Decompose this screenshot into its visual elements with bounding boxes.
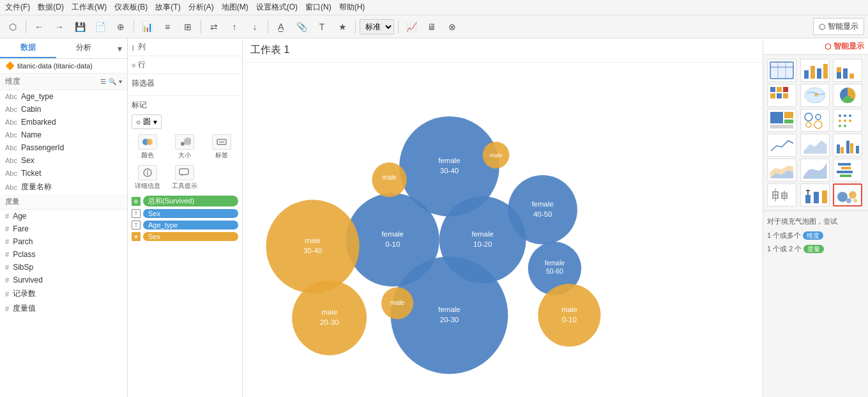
- marks-detail-action[interactable]: 详细信息: [132, 165, 164, 191]
- marks-shape-select[interactable]: ○ 圆 ▾: [132, 114, 162, 129]
- marks-color-action[interactable]: 颜色: [132, 134, 164, 160]
- chart-thumb-dots[interactable]: [833, 109, 862, 132]
- chart-thumb-bar-v[interactable]: [800, 59, 830, 82]
- svg-point-62: [844, 114, 846, 117]
- chart-thumb-gantt[interactable]: [833, 159, 862, 182]
- rows-btn[interactable]: ≡: [158, 18, 176, 36]
- measures-title: 度量: [5, 198, 19, 205]
- svg-rect-45: [777, 87, 782, 92]
- annotation-btn[interactable]: 📎: [293, 18, 310, 36]
- dim-ticket-label: Ticket: [21, 169, 42, 178]
- cols-btn[interactable]: ⊞: [179, 18, 197, 36]
- data-source-item[interactable]: 🔶 titanic-data (titanic-data): [0, 59, 127, 74]
- dim-measure-names[interactable]: Abc 度量名称: [0, 180, 127, 194]
- toolbar-divider-1: [26, 20, 26, 33]
- chart-thumb-box-plot[interactable]: [767, 183, 796, 206]
- menu-worksheet[interactable]: 工作表(W): [72, 2, 107, 13]
- dim-passengerid[interactable]: Abc PassengerId: [0, 141, 127, 154]
- label-icon: [212, 134, 231, 150]
- rows-shelf[interactable]: ≡ 行: [128, 56, 242, 74]
- dim-sex[interactable]: Abc Sex: [0, 154, 127, 167]
- chart-thumb-map[interactable]: [800, 84, 830, 107]
- dim-add-icon[interactable]: ▾: [119, 78, 122, 85]
- save-btn[interactable]: 💾: [71, 18, 89, 36]
- menu-map[interactable]: 地图(M): [222, 2, 248, 13]
- chart-thumb-heatmap[interactable]: [767, 84, 796, 107]
- dim-age-type[interactable]: Abc Age_type: [0, 90, 127, 103]
- menu-format[interactable]: 设置格式(O): [256, 2, 298, 13]
- chart-thumb-treemap[interactable]: [767, 109, 796, 132]
- chart-thumb-bar-grouped[interactable]: [833, 134, 862, 157]
- panel-menu-icon[interactable]: ▾: [112, 38, 127, 58]
- dim-ticket[interactable]: Abc Ticket: [0, 167, 127, 180]
- menu-story[interactable]: 故事(T): [155, 2, 180, 13]
- measure-survived[interactable]: # Survived: [0, 274, 127, 286]
- dim-search-icon[interactable]: 🔍: [109, 78, 116, 85]
- chart-thumb-bar-stacked[interactable]: [833, 59, 862, 82]
- device-btn[interactable]: 🖥: [423, 18, 441, 36]
- menu-help[interactable]: 帮助(H): [339, 2, 365, 13]
- cols-shelf[interactable]: ⫿ 列: [128, 38, 242, 56]
- menu-window[interactable]: 窗口(N): [305, 2, 331, 13]
- measure-parch[interactable]: # Parch: [0, 235, 127, 248]
- measure-pclass[interactable]: # Pclass: [0, 248, 127, 261]
- chart-thumb-bubble-selected[interactable]: [833, 183, 862, 206]
- highlight-btn[interactable]: A̲: [272, 18, 290, 36]
- marks-field-sex1[interactable]: T Sex: [132, 209, 238, 218]
- tab-analysis[interactable]: 分析: [56, 38, 112, 58]
- label-label: 标签: [215, 151, 228, 160]
- chart-grid: [763, 55, 868, 210]
- filter-section: 筛选器: [128, 74, 242, 96]
- chart-thumb-text-table[interactable]: [767, 59, 796, 82]
- pin-btn[interactable]: ★: [333, 18, 351, 36]
- chart-thumb-area-filled[interactable]: [800, 159, 830, 182]
- measure-values[interactable]: # 度量值: [0, 301, 127, 316]
- svg-point-7: [147, 170, 148, 171]
- chart-thumb-area-alt[interactable]: [800, 134, 830, 157]
- dim-cabin[interactable]: Abc Cabin: [0, 103, 127, 116]
- analytics-btn[interactable]: 📈: [402, 18, 420, 36]
- hash-icon-5: #: [5, 263, 9, 271]
- marks-field-sex2[interactable]: ● Sex: [132, 232, 238, 241]
- chart-thumb-area-stacked[interactable]: [767, 159, 796, 182]
- tab-data[interactable]: 数据: [0, 38, 56, 58]
- share-btn[interactable]: ⊗: [443, 18, 461, 36]
- measure-sibsp[interactable]: # SibSp: [0, 261, 127, 274]
- measure-age[interactable]: # Age: [0, 210, 127, 222]
- menu-file[interactable]: 文件(F): [5, 2, 30, 13]
- new-btn[interactable]: 📄: [91, 18, 109, 36]
- sort-asc-btn[interactable]: ↑: [225, 18, 243, 36]
- dim-name[interactable]: Abc Name: [0, 128, 127, 141]
- chart-thumb-circles[interactable]: [800, 109, 830, 132]
- chart-thumb-bar-error[interactable]: [800, 183, 830, 206]
- fit-select[interactable]: 标准: [360, 19, 394, 35]
- tooltip-btn[interactable]: T: [313, 18, 331, 36]
- marks-label-action[interactable]: 标签: [206, 134, 238, 160]
- sort-desc-btn[interactable]: ↓: [246, 18, 264, 36]
- canvas-content[interactable]: female 30-40 female 10-20 female 0-10 fe…: [243, 63, 763, 397]
- svg-rect-77: [840, 175, 851, 177]
- duplicate-btn[interactable]: ⊕: [112, 18, 130, 36]
- dim-embarked[interactable]: Abc Embarked: [0, 116, 127, 128]
- back-btn[interactable]: ←: [30, 18, 48, 36]
- swap-btn[interactable]: ⇄: [205, 18, 223, 36]
- chart-thumb-pie[interactable]: [833, 84, 862, 107]
- marks-tooltip-action[interactable]: 工具提示: [169, 165, 201, 191]
- smart-display-button[interactable]: ⬡ 智能显示: [813, 18, 864, 35]
- marks-size-action[interactable]: 大小: [169, 134, 201, 160]
- chart-thumb-line[interactable]: [767, 134, 796, 157]
- marks-field-age-type[interactable]: T Age_type: [132, 221, 238, 230]
- dim-name-label: Name: [21, 130, 42, 139]
- measure-fare[interactable]: # Fare: [0, 222, 127, 235]
- svg-point-63: [849, 114, 851, 117]
- forward-btn[interactable]: →: [50, 18, 68, 36]
- svg-point-3: [184, 137, 191, 145]
- menu-analysis[interactable]: 分析(A): [188, 2, 214, 13]
- measure-record-count[interactable]: # 记录数: [0, 286, 127, 301]
- tableau-logo-btn[interactable]: ⬡: [4, 18, 22, 36]
- menu-dashboard[interactable]: 仪表板(B): [114, 2, 148, 13]
- chart-btn[interactable]: 📊: [138, 18, 156, 36]
- dim-list-icon[interactable]: ☰: [100, 78, 106, 85]
- menu-data[interactable]: 数据(D): [38, 2, 64, 13]
- marks-field-survived[interactable]: ⊕ 总和(Survived): [132, 196, 238, 206]
